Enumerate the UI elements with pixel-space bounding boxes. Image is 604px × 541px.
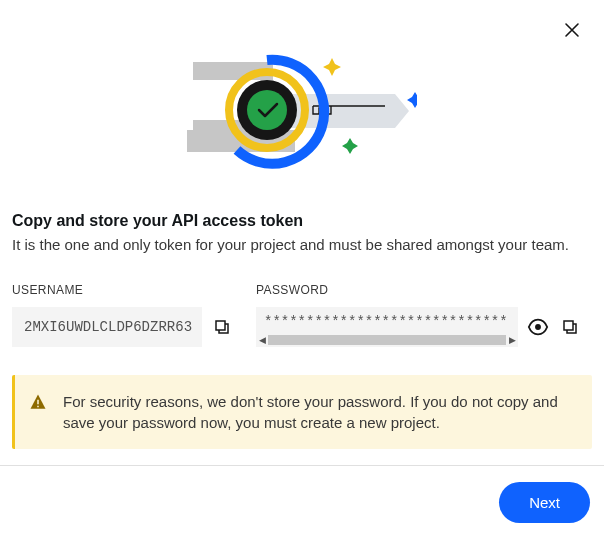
copy-icon: [561, 318, 579, 336]
password-scrollbar[interactable]: ◀ ▶: [256, 333, 518, 347]
username-label: USERNAME: [12, 283, 234, 297]
subheadline: It is the one and only token for your pr…: [12, 236, 592, 253]
svg-point-10: [535, 324, 541, 330]
scroll-track[interactable]: [268, 335, 506, 345]
warning-banner: For security reasons, we don't store you…: [12, 375, 592, 449]
close-button[interactable]: [560, 18, 584, 42]
reveal-password-button[interactable]: [526, 315, 550, 339]
key-illustration: [187, 52, 417, 172]
eye-icon: [527, 316, 549, 338]
svg-rect-12: [564, 321, 573, 330]
svg-rect-9: [216, 321, 225, 330]
warning-icon: [29, 393, 47, 411]
username-field: USERNAME 2MXI6UWDLCLDP6DZRR63: [12, 283, 234, 347]
headline: Copy and store your API access token: [12, 212, 592, 230]
copy-icon: [213, 318, 231, 336]
scroll-left-icon[interactable]: ◀: [256, 335, 268, 345]
svg-rect-14: [37, 406, 39, 408]
password-field: PASSWORD ***************************** ◀…: [256, 283, 592, 347]
footer: Next: [0, 465, 604, 541]
scroll-right-icon[interactable]: ▶: [506, 335, 518, 345]
username-value[interactable]: 2MXI6UWDLCLDP6DZRR63: [12, 307, 202, 347]
next-button[interactable]: Next: [499, 482, 590, 523]
svg-marker-4: [395, 94, 409, 128]
close-icon: [564, 22, 580, 38]
svg-rect-13: [37, 400, 39, 405]
copy-username-button[interactable]: [210, 315, 234, 339]
password-value: *****************************: [256, 307, 518, 333]
password-value-box[interactable]: ***************************** ◀ ▶: [256, 307, 518, 347]
copy-password-button[interactable]: [558, 315, 582, 339]
warning-text: For security reasons, we don't store you…: [63, 391, 574, 433]
svg-point-7: [247, 90, 287, 130]
password-label: PASSWORD: [256, 283, 592, 297]
